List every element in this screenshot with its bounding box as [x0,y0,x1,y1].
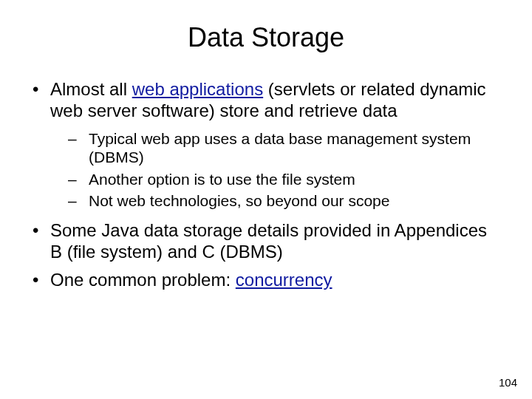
sub-bullet-list: Typical web app uses a data base managem… [50,129,502,211]
bullet-item: Almost all web applications (servlets or… [30,78,502,211]
bullet-text-pre: One common problem: [50,270,236,290]
sub-bullet-item: Another option is to use the file system [50,170,502,189]
slide-title: Data Storage [30,22,502,53]
bullet-item: Some Java data storage details provided … [30,219,502,263]
sub-bullet-item: Not web technologies, so beyond our scop… [50,191,502,211]
bullet-item: One common problem: concurrency [30,269,502,290]
bullet-text-pre: Almost all [50,79,132,99]
slide: Data Storage Almost all web applications… [0,0,532,399]
sub-bullet-item: Typical web app uses a data base managem… [50,129,502,167]
bullet-list: Almost all web applications (servlets or… [30,78,502,290]
page-number: 104 [499,376,517,389]
link-concurrency[interactable]: concurrency [236,270,332,290]
link-web-applications[interactable]: web applications [132,79,263,99]
